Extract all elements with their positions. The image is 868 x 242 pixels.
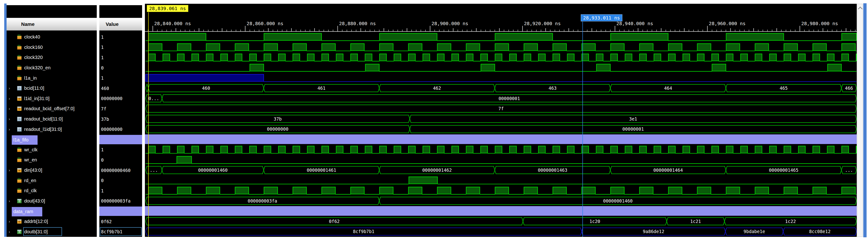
signal-row-doutb[31:0][interactable]: ›doutb[31:0] <box>7 226 97 237</box>
signal-row-clock320[interactable]: clock320 <box>7 52 97 63</box>
signal-row-l1id_in[31:0][interactable]: ›l1id_in[31:0] <box>7 93 97 104</box>
signal-row-wr_en[interactable]: wr_en <box>7 155 97 165</box>
waveform-canvas[interactable]: 28,840.000 ns28,860.000 ns28,880.000 ns2… <box>145 4 857 237</box>
wave-high-clock320 <box>148 54 155 61</box>
signal-name-label: din[43:0] <box>24 168 42 173</box>
signal-value-row-wr_clk[interactable]: 1 <box>99 145 142 155</box>
signal-value-row-rd_en[interactable]: 0 <box>99 175 142 186</box>
signal-value-row-clock320_en[interactable]: 0 <box>99 63 142 73</box>
wave-high-wr_clk <box>177 146 184 153</box>
wave-high-rd_clk <box>640 187 653 194</box>
signal-row-clock40[interactable]: clock40 <box>7 32 97 42</box>
signal-row-readout_bcid_offset[7:0][interactable]: ›readout_bcid_offset[7:0] <box>7 103 97 114</box>
signal-row-clock160[interactable]: clock160 <box>7 42 97 53</box>
bus-icon <box>17 117 22 121</box>
signal-row-dout[43:0][interactable]: ›dout[43:0] <box>7 196 97 206</box>
wave-high-rd_clk <box>495 187 509 194</box>
divider-label-l1a_fifo[interactable]: l1a_fifo <box>12 135 38 145</box>
signal-row-data_ram[interactable]: data_ram <box>7 206 97 216</box>
signal-row-wr_clk[interactable]: wr_clk <box>7 145 97 155</box>
expand-chevron-icon[interactable]: › <box>9 230 12 234</box>
bus-value-label: ... <box>150 168 158 173</box>
signal-name-label: bcid[11:0] <box>24 86 44 91</box>
expand-chevron-icon[interactable]: › <box>9 97 12 100</box>
wave-high-wr_clk <box>250 146 257 153</box>
signal-value-row-addrb[12:0][interactable]: 0f62 <box>99 216 142 227</box>
divider-band-data_ram <box>145 206 857 216</box>
signal-value-row-readout_bcid_offset[7:0][interactable]: 7f <box>99 103 142 114</box>
wave-high-clock320 <box>336 54 343 61</box>
signal-value-row-readout_bcid[11:0][interactable]: 37b <box>99 114 142 124</box>
wave-high-clock320 <box>264 54 271 61</box>
wave-high-clock320 <box>495 54 502 61</box>
signal-row-rd_clk[interactable]: rd_clk <box>7 186 97 196</box>
vertical-scrollbar[interactable] <box>857 4 863 237</box>
divider-band-l1a_fifo <box>145 134 857 144</box>
waveform-area[interactable]: 28,840.000 ns28,860.000 ns28,880.000 ns2… <box>145 4 857 237</box>
scroll-up-icon[interactable] <box>858 7 863 11</box>
signal-name-label: readout_bcid_offset[7:0] <box>24 106 74 111</box>
signal-value-text: 00000000 <box>101 127 123 132</box>
main-cursor-time-label[interactable]: 28,839.061 ns <box>147 5 188 12</box>
wave-high-wr_en <box>177 156 192 163</box>
wave-high-clock40 <box>379 33 437 40</box>
wave-high-rd_clk <box>351 187 364 194</box>
wave-high-wr_clk <box>755 146 762 153</box>
wave-high-clock320 <box>408 54 415 61</box>
signal-value-row-doutb[31:0][interactable]: 8cf9b7b1 <box>99 226 142 237</box>
signal-row-din[43:0][interactable]: ›din[43:0] <box>7 165 97 176</box>
signal-row-rd_en[interactable]: rd_en <box>7 175 97 186</box>
signal-row-addrb[12:0][interactable]: ›addrb[12:0] <box>7 216 97 227</box>
wave-high-wr_clk <box>524 146 531 153</box>
wave-high-rd_clk <box>755 187 769 194</box>
signal-value-row-bcid[11:0][interactable]: 460 <box>99 83 142 93</box>
marker-time-label[interactable]: 28,933.011 ns <box>581 14 622 21</box>
wave-high-clock160 <box>351 44 364 51</box>
expand-chevron-icon[interactable]: › <box>9 86 12 90</box>
name-column-header[interactable]: Name <box>7 18 97 31</box>
bus-out-icon <box>17 199 22 203</box>
expand-chevron-icon[interactable]: › <box>9 199 12 203</box>
value-column-header[interactable]: Value <box>99 18 142 31</box>
signal-row-bcid[11:0][interactable]: ›bcid[11:0] <box>7 83 97 93</box>
wave-high-clock320 <box>221 54 228 61</box>
wave-high-rd_clk <box>148 187 162 194</box>
waveform-viewer-window: clock40clock160clock320clock320_enl1a_in… <box>0 0 868 242</box>
signal-row-l1a_in[interactable]: l1a_in <box>7 73 97 83</box>
expand-chevron-icon[interactable]: › <box>9 107 12 111</box>
expand-chevron-icon[interactable]: › <box>9 127 12 131</box>
signal-value-row-wr_en[interactable]: 0 <box>99 155 142 165</box>
wave-high-clock320 <box>177 54 184 61</box>
signal-value-row-l1id_in[31:0][interactable]: 00000000 <box>99 93 142 104</box>
wave-high-wr_clk <box>683 146 690 153</box>
wave-high-rd_clk <box>669 187 682 194</box>
signal-row-l1a_fifo[interactable]: l1a_fifo <box>7 134 97 145</box>
wave-high-clock160 <box>611 44 624 51</box>
expand-chevron-icon[interactable]: › <box>9 219 12 223</box>
wave-high-clock160 <box>293 44 307 51</box>
expand-chevron-icon[interactable]: › <box>9 117 12 121</box>
signal-value-row-dout[43:0][interactable]: 000000003fa <box>99 196 142 206</box>
expand-chevron-icon[interactable]: › <box>9 168 12 172</box>
signal-row-clock320_en[interactable]: clock320_en <box>7 63 97 73</box>
wave-high-clock320 <box>813 54 820 61</box>
signal-value-row-din[43:0][interactable]: 00000000460 <box>99 165 142 176</box>
signal-row-readout_bcid[11:0][interactable]: ›readout_bcid[11:0] <box>7 114 97 124</box>
signal-value-row-clock320[interactable]: 1 <box>99 52 142 63</box>
signal-row-readout_l1id[31:0][interactable]: ›readout_l1id[31:0] <box>7 124 97 134</box>
divider-label-data_ram[interactable]: data_ram <box>12 207 42 216</box>
bus-value-label: 9bdabe1e <box>744 229 765 234</box>
signal-value-row-readout_l1id[31:0][interactable]: 00000000 <box>99 124 142 134</box>
signal-value-row-clock160[interactable]: 1 <box>99 42 142 53</box>
signal-value-row-rd_clk[interactable]: 1 <box>99 186 142 196</box>
wave-high-wr_clk <box>741 146 748 153</box>
signal-value-row-l1a_in[interactable]: 1 <box>99 73 142 83</box>
bus-value-label: 00000001 <box>622 126 644 131</box>
clock-icon <box>17 159 22 162</box>
signal-value-row-clock40[interactable]: 1 <box>99 32 142 42</box>
bus-icon <box>17 86 22 90</box>
wave-high-clock320 <box>437 54 444 61</box>
wave-high-wr_clk <box>495 146 502 153</box>
wave-high-clock40 <box>726 33 784 40</box>
wave-high-wr_clk <box>481 146 488 153</box>
